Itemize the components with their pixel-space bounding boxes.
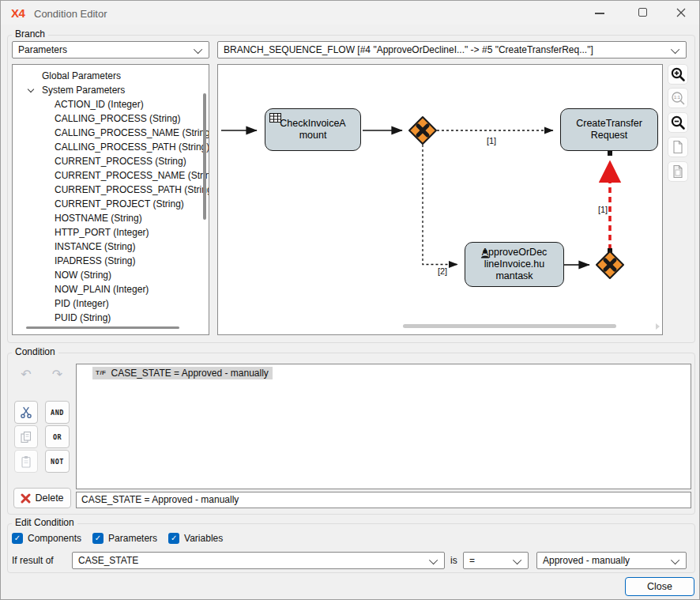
gateway-2 xyxy=(597,251,623,278)
node-approve-or-decline-invoice[interactable]: ApproveOrDec lineInvoice.hu mantask xyxy=(465,242,564,287)
variables-checkbox-pair[interactable]: ✓ Variables xyxy=(168,533,223,544)
diagram-horizontal-scrollbar[interactable] xyxy=(403,324,616,328)
checkbox-checked-icon[interactable]: ✓ xyxy=(12,533,23,544)
is-label: is xyxy=(450,555,457,566)
or-label: OR xyxy=(53,433,62,441)
edge-label-2: [2] xyxy=(432,266,453,276)
maximize-button[interactable] xyxy=(638,8,647,17)
tree-item[interactable]: CURRENT_PROJECT (String) xyxy=(13,197,209,211)
tree-item[interactable]: CURRENT_PROCESS_NAME (String) xyxy=(13,168,209,183)
branch-flow-value: BRANCH_SEQUENCE_FLOW [#4 "ApproveOrDecli… xyxy=(224,44,593,55)
cut-button[interactable] xyxy=(14,401,38,424)
tree-item[interactable]: CALLING_PROCESS_NAME (String) xyxy=(13,126,209,140)
checkbox-checked-icon[interactable]: ✓ xyxy=(168,533,179,544)
not-operator-button[interactable]: NOT xyxy=(45,450,70,473)
checkbox-checked-icon[interactable]: ✓ xyxy=(92,533,103,544)
branch-flow-select[interactable]: BRANCH_SEQUENCE_FLOW [#4 "ApproveOrDecli… xyxy=(217,41,687,58)
parameters-checkbox-pair[interactable]: ✓ Parameters xyxy=(92,533,157,544)
true-false-icon: T/F xyxy=(96,369,107,376)
chevron-down-icon xyxy=(429,556,438,564)
node-check-invoice-amount[interactable]: CheckInvoiceA mount xyxy=(265,108,361,151)
node-label: CreateTransfer Request xyxy=(576,118,642,142)
scope-checkboxes: ✓ Components ✓ Parameters ✓ Variables xyxy=(12,533,223,544)
paste-button[interactable] xyxy=(14,450,38,473)
parameters-checkbox-label: Parameters xyxy=(108,533,157,544)
tree-item[interactable]: CURRENT_PROCESS_PATH (String) xyxy=(13,183,209,197)
undo-button[interactable]: ↶ xyxy=(14,364,38,385)
parameter-tree: Global Parameters System Parameters ACTI… xyxy=(12,64,209,335)
tree-item[interactable]: HOSTNAME (String) xyxy=(13,211,209,225)
components-checkbox-pair[interactable]: ✓ Components xyxy=(12,533,81,544)
node-create-transfer-request[interactable]: CreateTransfer Request xyxy=(560,108,658,151)
tree-item-label: System Parameters xyxy=(42,85,125,96)
tree-item-label: CALLING_PROCESS_PATH (String) xyxy=(55,142,209,153)
tree-item[interactable]: System Parameters xyxy=(13,83,209,97)
tree-item-label: IPADRESS (String) xyxy=(55,255,135,266)
scroll-right-arrow-icon[interactable] xyxy=(656,323,660,330)
window-title: Condition Editor xyxy=(34,8,107,20)
tree-item[interactable]: IPADRESS (String) xyxy=(13,254,209,268)
edge-label-3: [1] xyxy=(593,205,613,214)
branch-group-label: Branch xyxy=(12,28,48,40)
result-of-value: CASE_STATE xyxy=(78,555,138,566)
condition-group-label: Condition xyxy=(12,346,58,357)
condition-editor-dialog: X4 Condition Editor Branch Parameters BR… xyxy=(0,0,700,600)
copy-icon xyxy=(20,431,32,443)
tree-item-label: CURRENT_PROCESS_PATH (String) xyxy=(55,184,209,195)
parameter-source-select[interactable]: Parameters xyxy=(12,41,209,58)
title-bar[interactable]: X4 Condition Editor xyxy=(1,1,699,25)
condition-list[interactable]: T/F CASE_STATE = Approved - manually xyxy=(76,364,691,489)
redo-button[interactable]: ↷ xyxy=(45,364,70,385)
tree-item-label: ACTION_ID (Integer) xyxy=(55,99,144,110)
condition-expression-field[interactable]: CASE_STATE = Approved - manually xyxy=(76,492,691,508)
tree-item[interactable]: NOW_PLAIN (Integer) xyxy=(13,282,209,296)
scissors-icon xyxy=(20,406,32,419)
result-of-select[interactable]: CASE_STATE xyxy=(72,552,445,569)
chevron-down-icon[interactable] xyxy=(28,86,34,92)
tree-item[interactable]: CURRENT_PROCESS (String) xyxy=(13,154,209,168)
tree-item[interactable]: Global Parameters xyxy=(13,69,209,83)
close-button[interactable]: Close xyxy=(625,577,694,596)
tree-item[interactable]: CALLING_PROCESS_PATH (String) xyxy=(13,140,209,154)
fit-page-button[interactable] xyxy=(668,137,688,157)
clipboard-icon xyxy=(20,455,32,468)
or-operator-button[interactable]: OR xyxy=(45,425,70,448)
tree-item[interactable]: INSTANCE (String) xyxy=(13,240,209,254)
condition-list-selected-item[interactable]: T/F CASE_STATE = Approved - manually xyxy=(92,367,273,379)
minimize-button[interactable] xyxy=(595,13,604,14)
operator-select[interactable]: = xyxy=(463,552,529,569)
tree-item[interactable]: ACTION_ID (Integer) xyxy=(13,97,209,111)
chevron-down-icon xyxy=(513,556,521,564)
chevron-down-icon xyxy=(671,556,679,564)
delete-label: Delete xyxy=(35,492,63,504)
node-label: CheckInvoiceA mount xyxy=(280,118,345,142)
zoom-out-icon xyxy=(670,115,686,130)
close-window-button[interactable] xyxy=(676,7,687,18)
compare-value-select[interactable]: Approved - manually xyxy=(536,552,687,569)
zoom-in-button[interactable] xyxy=(668,64,688,85)
fit-selection-button[interactable] xyxy=(668,161,688,182)
zoom-original-button[interactable]: 1:1 xyxy=(668,88,688,108)
tree-horizontal-scrollbar[interactable] xyxy=(26,326,179,329)
tree-item[interactable]: CALLING_PROCESS (String) xyxy=(13,111,209,126)
tree-item[interactable]: PID (Integer) xyxy=(13,296,209,311)
tree-item-label: CURRENT_PROCESS (String) xyxy=(55,156,186,167)
edge-label-1: [1] xyxy=(480,136,503,145)
tree-vertical-scrollbar[interactable] xyxy=(203,93,206,220)
tree-item[interactable]: HTTP_PORT (Integer) xyxy=(13,225,209,240)
x4-logo-icon: X4 xyxy=(11,6,24,20)
and-operator-button[interactable]: AND xyxy=(45,401,70,424)
zoom-out-button[interactable] xyxy=(668,112,688,133)
delete-button[interactable]: Delete xyxy=(13,488,71,508)
tree-item[interactable]: NOW (String) xyxy=(13,268,209,282)
node-label: ApproveOrDec lineInvoice.hu mantask xyxy=(482,247,548,282)
svg-text:1:1: 1:1 xyxy=(674,95,680,100)
zoom-in-icon xyxy=(670,66,686,82)
tree-item-label: Global Parameters xyxy=(42,70,121,81)
copy-button[interactable] xyxy=(14,425,38,448)
delete-x-icon xyxy=(21,493,31,504)
chevron-down-icon xyxy=(194,45,202,54)
flow-diagram-canvas[interactable]: CheckInvoiceA mount CreateTransfer Reque… xyxy=(217,64,663,335)
tree-item[interactable]: PUID (String) xyxy=(13,311,209,325)
zoom-one-to-one-icon: 1:1 xyxy=(670,90,686,106)
